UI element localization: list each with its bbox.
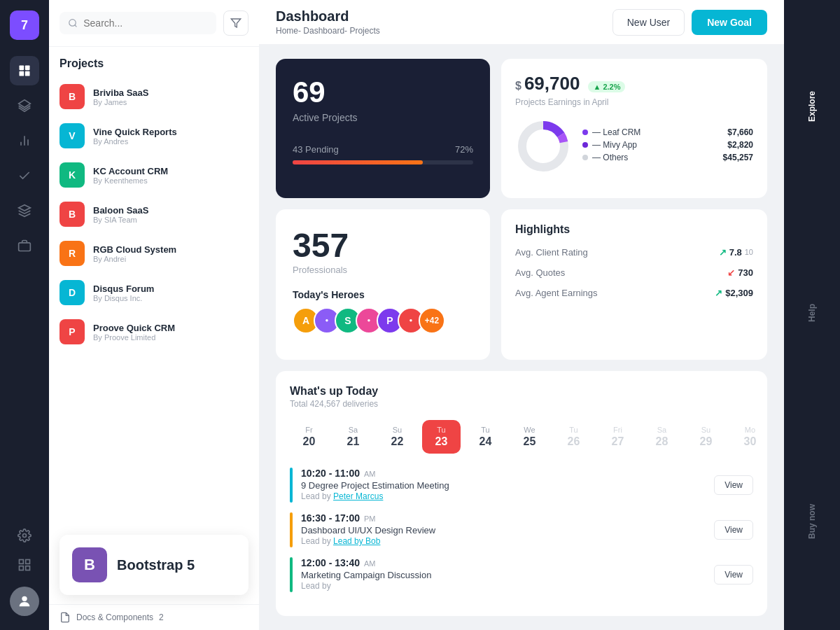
event-ampm: AM xyxy=(364,470,376,478)
pending-count: 43 Pending xyxy=(293,144,339,155)
pending-percent: 72% xyxy=(455,144,473,155)
filter-button[interactable] xyxy=(223,10,248,36)
project-icon: D xyxy=(59,280,85,305)
event-lead: Lead by xyxy=(301,581,706,591)
calendar-days: Fr 20 Sa 21 Su 22 Tu 23 Tu 24 We 25 Tu 2… xyxy=(290,420,753,454)
sidebar-item-settings[interactable] xyxy=(10,521,39,550)
sidebar-item-charts[interactable] xyxy=(10,126,39,155)
project-name: RGB Cloud System xyxy=(93,244,248,255)
day-name: Tu xyxy=(432,426,451,434)
svg-rect-0 xyxy=(20,66,24,71)
calendar-day[interactable]: Su 22 xyxy=(378,420,416,454)
calendar-day[interactable]: Sa 28 xyxy=(643,420,681,454)
event-lead-link[interactable]: Lead by Bob xyxy=(333,536,380,546)
calendar-day[interactable]: Tu 24 xyxy=(466,420,505,454)
content-area: 69 Active Projects 43 Pending 72% $ 69,7… xyxy=(259,45,784,630)
project-item[interactable]: P Proove Quick CRM By Proove Limited xyxy=(49,312,259,351)
calendar-day[interactable]: Sa 21 xyxy=(334,420,372,454)
calendar-day[interactable]: Fri 27 xyxy=(598,420,637,454)
day-name: Mo xyxy=(741,426,760,434)
bottom-user-avatar[interactable] xyxy=(10,587,39,616)
calendar-day[interactable]: Mo 30 xyxy=(731,420,769,454)
new-goal-button[interactable]: New Goal xyxy=(692,10,767,35)
calendar-header: What's up Today Total 424,567 deliveries xyxy=(290,385,753,409)
project-item[interactable]: B Baloon SaaS By SIA Team xyxy=(49,195,259,234)
donut-chart xyxy=(515,118,571,174)
sidebar-item-tasks[interactable] xyxy=(10,161,39,190)
project-item[interactable]: K KC Account CRM By Keenthemes xyxy=(49,155,259,195)
search-input[interactable] xyxy=(83,18,208,29)
docs-icon xyxy=(59,612,71,623)
highlight-item: Avg. Quotes ↙ 730 xyxy=(515,267,753,278)
search-icon xyxy=(68,18,78,29)
event-content: 10:20 - 11:00 AM 9 Degree Project Estima… xyxy=(301,468,706,501)
day-number: 29 xyxy=(696,435,715,448)
day-number: 22 xyxy=(388,435,407,448)
project-icon: B xyxy=(59,202,85,227)
project-item[interactable]: R RGB Cloud System By Andrei xyxy=(49,234,259,273)
project-name: Proove Quick CRM xyxy=(93,323,248,333)
calendar-day[interactable]: Tu 23 xyxy=(422,420,461,454)
day-name: Su xyxy=(388,426,407,434)
trend-down-icon: ↙ xyxy=(727,267,735,278)
event-name: 9 Degree Project Estimation Meeting xyxy=(301,480,706,491)
event-view-button[interactable]: View xyxy=(714,565,753,584)
heroes-section: Today's Heroes A●S●P●+42 xyxy=(293,289,473,334)
svg-rect-1 xyxy=(25,66,30,71)
professionals-label: Professionals xyxy=(293,265,473,275)
calendar-day[interactable]: Su 29 xyxy=(687,420,725,454)
sidebar-item-grid2[interactable] xyxy=(10,550,39,580)
event-lead-link[interactable]: Peter Marcus xyxy=(333,491,383,501)
sidebar-item-briefcase[interactable] xyxy=(10,231,39,260)
project-name: Disqus Forum xyxy=(93,284,248,294)
svg-line-16 xyxy=(75,25,77,27)
sidebar-item-dashboard[interactable] xyxy=(10,56,39,85)
event-view-button[interactable]: View xyxy=(714,520,753,540)
event-view-button[interactable]: View xyxy=(714,475,753,495)
bootstrap-icon: B xyxy=(72,547,107,582)
events-list: 10:20 - 11:00 AM 9 Degree Project Estima… xyxy=(290,468,753,592)
project-item[interactable]: D Disqus Forum By Disqus Inc. xyxy=(49,273,259,312)
event-name: Marketing Campaign Discussion xyxy=(301,570,706,580)
calendar-day[interactable]: Tu 26 xyxy=(554,420,593,454)
highlight-label: Avg. Client Rating xyxy=(515,247,588,258)
highlight-label: Avg. Quotes xyxy=(515,267,565,278)
new-user-button[interactable]: New User xyxy=(612,9,685,36)
active-projects-card: 69 Active Projects 43 Pending 72% xyxy=(276,59,490,198)
right-sidebar-tab-explore[interactable]: Explore xyxy=(802,83,822,130)
sidebar-item-stack[interactable] xyxy=(10,196,39,225)
event-bar xyxy=(290,557,293,592)
calendar-day[interactable]: We 25 xyxy=(510,420,549,454)
right-sidebar-tab-buy-now[interactable]: Buy now xyxy=(802,496,822,547)
earnings-chart: — Leaf CRM $7,660 — Mivy App $2,820 — Ot… xyxy=(515,118,753,174)
bootstrap-banner[interactable]: B Bootstrap 5 xyxy=(59,535,248,595)
trend-up-icon: ↗ xyxy=(719,247,727,258)
donut-dot xyxy=(582,155,588,160)
calendar-day[interactable]: Fr 20 xyxy=(290,420,328,454)
project-by: By Andres xyxy=(93,137,248,146)
project-item[interactable]: B Briviba SaaS By James xyxy=(49,77,259,116)
project-item[interactable]: V Vine Quick Reports By Andres xyxy=(49,116,259,155)
day-name: Fr xyxy=(300,426,318,434)
user-avatar-number[interactable]: 7 xyxy=(10,10,39,40)
donut-name: — Leaf CRM xyxy=(592,127,723,137)
right-sidebar-tab-help[interactable]: Help xyxy=(802,295,822,330)
trend-up-icon: ↗ xyxy=(715,288,722,298)
project-by: By Proove Limited xyxy=(93,333,248,342)
svg-rect-11 xyxy=(26,560,30,564)
heroes-title: Today's Heroes xyxy=(293,289,473,300)
day-name: We xyxy=(520,426,539,434)
active-projects-label: Active Projects xyxy=(293,112,473,123)
sidebar-item-layers[interactable] xyxy=(10,91,39,120)
donut-dot xyxy=(582,130,588,135)
svg-rect-3 xyxy=(25,71,30,76)
event-bar xyxy=(290,468,293,503)
search-input-wrap[interactable] xyxy=(59,12,216,34)
project-icon: R xyxy=(59,241,85,266)
progress-fill xyxy=(293,160,423,164)
day-name: Sa xyxy=(344,426,363,434)
project-icon: K xyxy=(59,162,85,188)
project-icon: B xyxy=(59,84,85,109)
bottom-bar-count: 2 xyxy=(159,612,164,622)
earnings-card: $ 69,700 ▲ 2.2% Projects Earnings in Apr… xyxy=(501,59,767,198)
